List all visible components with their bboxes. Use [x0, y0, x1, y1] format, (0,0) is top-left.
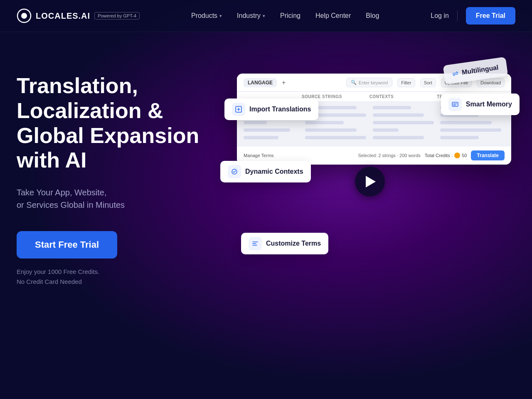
coin-icon	[454, 153, 460, 158]
col-contexts: CONTEXTS	[369, 94, 437, 99]
hero-note: Enjoy your 1000 Free Credits. No Credit …	[17, 267, 208, 287]
nav-divider	[457, 11, 458, 21]
multilingual-label: Multilingual	[461, 64, 499, 76]
row-source-bar	[305, 136, 366, 139]
play-triangle-icon	[366, 176, 376, 187]
add-language-button[interactable]: +	[282, 79, 286, 86]
free-trial-button[interactable]: Free Trial	[466, 7, 515, 25]
customize-svg	[251, 240, 259, 247]
nav-item-help[interactable]: Help Center	[310, 9, 357, 23]
memory-svg	[451, 101, 459, 108]
customize-label: Customize Terms	[266, 240, 321, 247]
powered-badge: Powered by GPT-4	[94, 12, 140, 20]
keyword-search[interactable]: 🔍 Enter keyword	[346, 78, 392, 87]
dynamic-icon	[228, 165, 241, 178]
row-context-bar	[373, 136, 424, 139]
nav-item-industry[interactable]: Industry ▾	[231, 9, 271, 23]
translate-icon: ⇌	[452, 69, 459, 79]
hero-section: Translation, Localization & Global Expan…	[0, 32, 532, 298]
customize-icon	[249, 237, 262, 250]
import-label: Import Translations	[249, 106, 311, 113]
row-lang-bar	[244, 136, 278, 139]
dynamic-label: Dynamic Contexts	[245, 168, 303, 175]
hero-left: Translation, Localization & Global Expan…	[17, 65, 208, 287]
logo: LOCALES.AI Powered by GPT-4	[17, 8, 140, 23]
search-icon: 🔍	[351, 80, 357, 85]
row-lang-bar	[244, 121, 267, 124]
import-icon	[232, 103, 245, 116]
nav-item-products[interactable]: Products ▾	[185, 9, 228, 23]
play-button[interactable]	[355, 167, 385, 197]
row-lang-bar	[244, 128, 290, 132]
row-context-bar	[373, 121, 434, 124]
ai-svg	[231, 168, 238, 175]
badge-import-translations: Import Translations	[224, 99, 318, 120]
row-context-bar	[373, 113, 424, 117]
svg-point-1	[21, 13, 27, 19]
chevron-down-icon: ▾	[219, 13, 222, 19]
translate-button[interactable]: Translate	[471, 150, 505, 160]
row-source-bar	[305, 121, 344, 124]
hero-title: Translation, Localization & Global Expan…	[17, 74, 208, 173]
nav-item-pricing[interactable]: Pricing	[274, 9, 306, 23]
selected-info: Selected: 2 strings · 200 words	[358, 153, 420, 158]
svg-rect-3	[452, 102, 458, 106]
hero-mockup: ⇌ Multilingual Import Translations Smart…	[224, 65, 515, 298]
row-context-bar	[373, 128, 399, 132]
logo-text: LOCALES.AI	[36, 11, 90, 21]
import-svg	[235, 106, 242, 113]
navbar: LOCALES.AI Powered by GPT-4 Products ▾ I…	[0, 0, 532, 32]
nav-item-blog[interactable]: Blog	[360, 9, 385, 23]
row-source-bar	[305, 128, 357, 132]
filter-button[interactable]: Filter	[397, 78, 415, 87]
sort-button[interactable]: Sort	[420, 78, 436, 87]
table-row	[244, 128, 505, 132]
row-translation-bar	[440, 121, 492, 124]
nav-right: Log in Free Trial	[431, 7, 515, 25]
logo-icon	[17, 8, 32, 23]
row-translation-bar	[440, 136, 479, 139]
badge-customize-terms: Customize Terms	[241, 233, 328, 254]
row-context-bar	[373, 106, 411, 109]
login-link[interactable]: Log in	[431, 12, 449, 20]
total-credits: Total Credits : 50	[425, 153, 467, 158]
row-translation-bar	[440, 128, 501, 132]
manage-terms-label: Manage Terms	[244, 153, 274, 158]
badge-smart-memory: Smart Memory	[441, 94, 520, 115]
start-free-trial-button[interactable]: Start Free Trial	[17, 231, 117, 259]
table-row	[244, 136, 505, 139]
chevron-down-icon: ▾	[263, 13, 265, 19]
smart-memory-label: Smart Memory	[466, 101, 512, 108]
badge-dynamic-contexts: Dynamic Contexts	[220, 161, 311, 182]
lang-label: LANGAGE	[244, 78, 277, 87]
table-row	[244, 121, 505, 124]
nav-links: Products ▾ Industry ▾ Pricing Help Cente…	[185, 9, 385, 23]
smart-memory-icon	[448, 98, 462, 111]
hero-subtitle: Take Your App, Website, or Services Glob…	[17, 186, 208, 211]
